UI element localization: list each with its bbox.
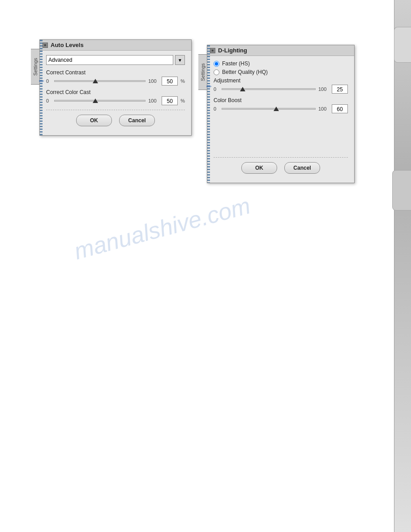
auto-levels-body: Advanced Normal ▼ Correct Contrast 0 100… [40,51,191,135]
d-lighting-divider [214,157,348,158]
faster-hs-radio[interactable] [214,61,219,67]
correct-contrast-value[interactable]: 50 [162,77,178,86]
faster-hs-label: Faster (HS) [222,60,250,67]
correct-contrast-label: Correct Contrast [46,69,185,76]
adjustment-min: 0 [214,86,219,92]
color-boost-thumb[interactable] [274,107,279,111]
color-boost-min: 0 [214,106,219,112]
correct-color-cast-thumb[interactable] [93,99,98,103]
color-boost-section: Color Boost 0 100 60 [214,97,348,113]
color-boost-value[interactable]: 60 [332,104,348,113]
color-boost-track[interactable] [222,108,316,110]
better-hq-radio[interactable] [214,69,219,75]
auto-levels-title-bar: ■ Auto Levels [40,40,191,51]
adjustment-row: 0 100 25 [214,85,348,94]
d-lighting-title-icon: ■ [210,48,215,53]
correct-contrast-max: 100 [148,78,159,84]
d-lighting-title: D-Lighting [218,47,247,54]
d-lighting-ok-button[interactable]: OK [241,162,277,174]
correct-color-cast-value[interactable]: 50 [162,96,178,105]
color-boost-max: 100 [318,106,329,112]
right-sidebar [394,0,411,532]
adjustment-max: 100 [318,86,329,92]
correct-color-cast-max: 100 [148,98,159,103]
auto-levels-ok-button[interactable]: OK [76,115,112,126]
correct-color-cast-section: Correct Color Cast 0 100 50 % [46,89,185,105]
d-lighting-body: Faster (HS) Better Quality (HQ) Adjustme… [207,56,354,183]
auto-levels-buttons: OK Cancel [46,115,185,131]
watermark: manualshive.com [71,192,253,265]
auto-levels-dialog: Settings ✏ ■ Auto Levels Advanced Normal… [39,39,192,136]
auto-levels-cancel-button[interactable]: Cancel [119,115,155,126]
auto-levels-title-icon: ■ [43,43,48,48]
d-lighting-dialog: Settings ✏ ■ D-Lighting Faster (HS) Bett… [207,45,355,183]
correct-contrast-thumb[interactable] [93,79,98,83]
d-lighting-title-bar: ■ D-Lighting [207,45,354,56]
correct-contrast-unit: % [180,78,185,84]
adjustment-track[interactable] [222,88,316,90]
correct-color-cast-unit: % [180,98,185,103]
correct-color-cast-track[interactable] [54,100,146,102]
right-sidebar-top-tab[interactable] [394,27,411,63]
dropdown-arrow-button[interactable]: ▼ [175,55,185,65]
auto-levels-dropdown-row: Advanced Normal ▼ [46,55,185,65]
adjustment-thumb[interactable] [240,87,245,91]
auto-levels-title: Auto Levels [51,42,84,48]
faster-hs-row: Faster (HS) [214,60,348,67]
color-boost-row: 0 100 60 [214,104,348,113]
correct-contrast-section: Correct Contrast 0 100 50 % [46,69,185,86]
adjustment-section: Adjustment 0 100 25 [214,77,348,94]
correct-color-cast-label: Correct Color Cast [46,89,185,95]
correct-contrast-row: 0 100 50 % [46,77,185,86]
better-hq-row: Better Quality (HQ) [214,69,348,75]
correct-color-cast-row: 0 100 50 % [46,96,185,105]
settings-tab-label: Settings [33,58,38,76]
auto-levels-dropdown[interactable]: Advanced Normal [46,55,173,65]
adjustment-label: Adjustment [214,77,348,84]
d-lighting-buttons: OK Cancel [214,162,348,178]
color-boost-label: Color Boost [214,97,348,103]
d-lighting-settings-tab-label: Settings [200,63,206,81]
correct-color-cast-min: 0 [46,98,51,103]
better-hq-label: Better Quality (HQ) [222,69,268,75]
adjustment-value[interactable]: 25 [332,85,348,94]
d-lighting-cancel-button[interactable]: Cancel [284,162,320,174]
auto-levels-divider [46,110,185,110]
right-sidebar-mid-tab[interactable] [392,170,411,210]
d-lighting-spacer [214,117,348,153]
correct-contrast-min: 0 [46,78,51,84]
correct-contrast-track[interactable] [54,80,146,82]
